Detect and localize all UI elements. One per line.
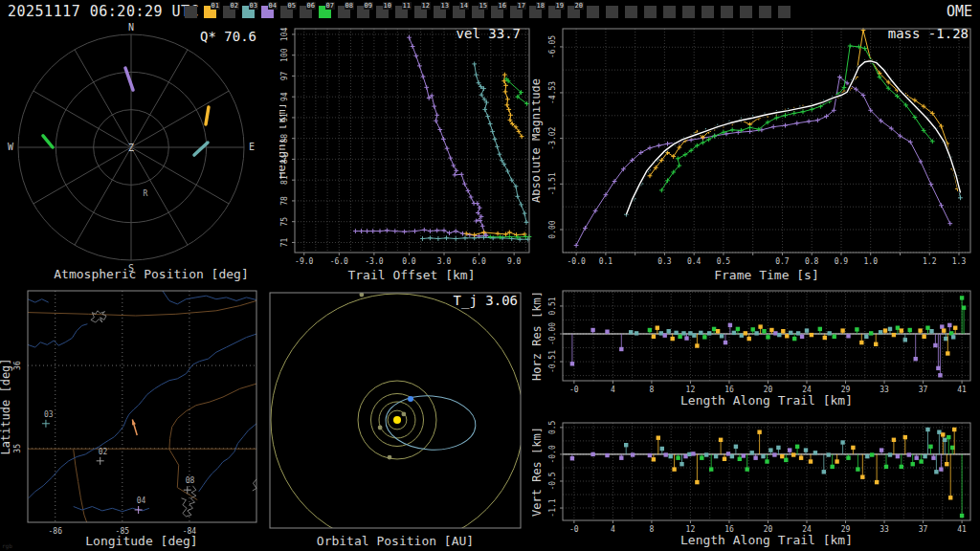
station-indicator-13[interactable]: 13 bbox=[434, 6, 446, 18]
svg-text:08: 08 bbox=[186, 476, 195, 485]
station-number: 05 bbox=[287, 2, 297, 10]
horz-length-axis-label: Length Along Trail [km] bbox=[671, 393, 862, 408]
svg-text:8: 8 bbox=[649, 386, 654, 394]
tisserand-value: T_j 3.06 bbox=[454, 293, 518, 308]
svg-text:0.5: 0.5 bbox=[548, 420, 557, 434]
station-number: 04 bbox=[268, 2, 278, 10]
status-bar: 20251117 06:20:29 UTC 010203040506070809… bbox=[0, 0, 980, 21]
svg-text:Height [km]: Height [km] bbox=[279, 102, 288, 178]
svg-text:-0: -0 bbox=[569, 386, 579, 394]
orbit-plot bbox=[268, 283, 523, 551]
station-indicator-14[interactable]: 14 bbox=[453, 6, 465, 18]
svg-text:03: 03 bbox=[44, 410, 54, 419]
svg-text:78: 78 bbox=[280, 196, 289, 206]
svg-text:Horz Res [km]: Horz Res [km] bbox=[532, 291, 544, 381]
svg-text:1.3: 1.3 bbox=[952, 257, 967, 266]
svg-text:94: 94 bbox=[280, 92, 289, 101]
utc-timestamp: 20251117 06:20:29 UTC bbox=[8, 3, 199, 20]
station-indicator-17[interactable]: 17 bbox=[510, 6, 523, 18]
svg-text:W: W bbox=[8, 142, 14, 152]
station-number: 19 bbox=[555, 2, 565, 10]
vert-residuals-panel: -04812162024293337410.5-0.0-0.5-1.1Vert … bbox=[532, 417, 980, 551]
svg-text:-3.0: -3.0 bbox=[365, 257, 383, 266]
height-profile-plot: -9.0-6.0-3.00.03.06.09.01041009794918884… bbox=[279, 21, 532, 283]
station-indicator-empty-10 bbox=[759, 6, 771, 18]
svg-text:1.2: 1.2 bbox=[923, 257, 937, 266]
station-number: 08 bbox=[345, 2, 354, 10]
station-indicator-02[interactable]: 02 bbox=[223, 6, 235, 18]
svg-text:100: 100 bbox=[280, 48, 289, 62]
station-number: 20 bbox=[574, 2, 584, 10]
svg-text:-0.00: -0.00 bbox=[548, 322, 557, 345]
svg-text:-1.1: -1.1 bbox=[548, 498, 557, 517]
orbit-panel: T_j 3.06 Orbital Position [AU] bbox=[268, 283, 523, 551]
light-curve-panel: -0.00.10.30.40.50.70.80.91.01.21.30.00-1… bbox=[532, 21, 980, 283]
svg-text:Z: Z bbox=[128, 143, 134, 153]
station-indicator-16[interactable]: 16 bbox=[491, 6, 503, 18]
station-indicator-19[interactable]: 19 bbox=[548, 6, 561, 18]
svg-text:41: 41 bbox=[957, 386, 967, 394]
station-number: 14 bbox=[459, 2, 469, 10]
svg-text:0.51: 0.51 bbox=[548, 297, 557, 315]
svg-text:R: R bbox=[144, 189, 148, 198]
station-number: 13 bbox=[440, 2, 450, 10]
svg-text:71: 71 bbox=[280, 237, 289, 247]
station-indicator-07[interactable]: 07 bbox=[319, 6, 331, 18]
station-indicator-empty-6 bbox=[682, 6, 695, 18]
svg-text:-4.53: -4.53 bbox=[548, 81, 557, 104]
station-indicator-18[interactable]: 18 bbox=[529, 6, 542, 18]
station-number: 02 bbox=[230, 2, 239, 10]
atmospheric-position-title: Atmospheric Position [deg] bbox=[43, 267, 259, 281]
ground-track-map-panel: 03020804-86-85-843635Latitude [deg] Long… bbox=[0, 283, 268, 551]
station-indicator-20[interactable]: 20 bbox=[568, 6, 580, 18]
svg-text:6.0: 6.0 bbox=[472, 257, 486, 266]
vert-length-axis-label: Length Along Trail [km] bbox=[671, 533, 862, 547]
station-number: 16 bbox=[498, 2, 507, 10]
svg-text:4: 4 bbox=[611, 386, 615, 394]
station-indicator-12[interactable]: 12 bbox=[414, 6, 427, 18]
svg-text:-6.0: -6.0 bbox=[330, 257, 348, 266]
trail-offset-axis-label: Trail Offset [km] bbox=[316, 268, 507, 282]
station-indicator-15[interactable]: 15 bbox=[472, 6, 484, 18]
svg-text:9.0: 9.0 bbox=[507, 257, 522, 266]
station-number: 03 bbox=[249, 2, 258, 10]
station-indicator-empty-4 bbox=[644, 6, 657, 18]
station-indicator-11[interactable]: 11 bbox=[395, 6, 408, 18]
mode-label: OME bbox=[947, 3, 972, 20]
station-indicator-08[interactable]: 08 bbox=[338, 6, 350, 18]
station-indicator-06[interactable]: 06 bbox=[300, 6, 312, 18]
svg-text:0.3: 0.3 bbox=[657, 257, 672, 266]
station-indicator-05[interactable]: 05 bbox=[280, 6, 293, 18]
station-indicator-empty-5 bbox=[663, 6, 676, 18]
svg-text:35: 35 bbox=[13, 444, 22, 453]
meteor-analysis-dashboard: 20251117 06:20:29 UTC 010203040506070809… bbox=[0, 0, 980, 551]
station-indicator-empty-0 bbox=[185, 6, 197, 18]
station-indicator-10[interactable]: 10 bbox=[376, 6, 389, 18]
svg-text:3.0: 3.0 bbox=[437, 257, 452, 266]
station-indicator-04[interactable]: 04 bbox=[261, 6, 274, 18]
svg-text:0.9: 0.9 bbox=[835, 257, 849, 266]
svg-text:N: N bbox=[128, 22, 134, 33]
velocity-value: vel 33.7 bbox=[457, 26, 521, 41]
light-curve-plot: -0.00.10.30.40.50.70.80.91.01.21.30.00-1… bbox=[532, 21, 980, 283]
svg-text:Absolute Magnitude: Absolute Magnitude bbox=[532, 78, 543, 203]
station-indicator-09[interactable]: 09 bbox=[357, 6, 369, 18]
svg-text:-0: -0 bbox=[569, 525, 579, 534]
svg-text:41: 41 bbox=[957, 525, 967, 534]
svg-text:-9.0: -9.0 bbox=[295, 257, 313, 266]
atmospheric-position-panel: NSWEZR Q* 70.6 Atmospheric Position [deg… bbox=[0, 21, 279, 283]
mass-value: mass -1.28 bbox=[888, 26, 969, 41]
q-value: Q* 70.6 bbox=[200, 29, 256, 44]
svg-text:-1.51: -1.51 bbox=[548, 172, 557, 195]
station-indicator-03[interactable]: 03 bbox=[242, 6, 255, 18]
svg-text:-3.02: -3.02 bbox=[548, 126, 557, 149]
svg-text:36: 36 bbox=[13, 361, 22, 370]
station-number: 15 bbox=[479, 2, 488, 10]
svg-text:75: 75 bbox=[280, 217, 289, 227]
station-indicator-empty-11 bbox=[778, 6, 791, 18]
atmospheric-position-plot: NSWEZR bbox=[0, 21, 279, 283]
station-indicator-empty-3 bbox=[625, 6, 637, 18]
svg-text:0.0: 0.0 bbox=[402, 257, 416, 266]
station-indicator-01[interactable]: 01 bbox=[204, 6, 216, 18]
longitude-axis-label: Longitude [deg] bbox=[46, 534, 237, 548]
